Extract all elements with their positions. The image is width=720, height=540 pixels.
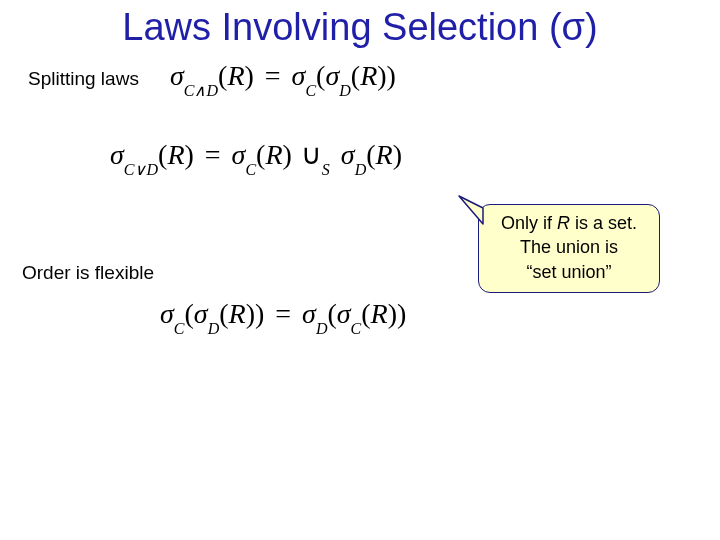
- relation-R: R: [371, 298, 388, 329]
- subhead-splitting-laws: Splitting laws: [28, 68, 139, 90]
- callout-var-R: R: [557, 213, 570, 233]
- equals-sign: =: [271, 298, 295, 329]
- relation-R: R: [227, 60, 244, 91]
- subscript: C∧D: [184, 82, 218, 99]
- subscript: D: [355, 161, 367, 178]
- sigma-symbol: σ: [194, 298, 208, 329]
- sigma-symbol: σ: [110, 139, 124, 170]
- relation-R: R: [265, 139, 282, 170]
- subscript: C: [245, 161, 256, 178]
- relation-R: R: [376, 139, 393, 170]
- callout-line-1: Only if R is a set.: [485, 211, 653, 235]
- subscript: C∨D: [124, 161, 158, 178]
- subscript: C: [305, 82, 316, 99]
- callout-line-2: The union is: [485, 235, 653, 259]
- sigma-symbol: σ: [325, 60, 339, 91]
- equation-splitting-and: σC∧D(R) = σC(σD(R)): [170, 60, 396, 96]
- paren: (: [366, 139, 375, 170]
- sigma-symbol: σ: [292, 60, 306, 91]
- sigma-symbol: σ: [160, 298, 174, 329]
- relation-R: R: [229, 298, 246, 329]
- sigma-symbol: σ: [232, 139, 246, 170]
- relation-R: R: [360, 60, 377, 91]
- paren: (: [361, 298, 370, 329]
- paren: ): [393, 139, 402, 170]
- paren: )): [388, 298, 407, 329]
- paren: ): [244, 60, 253, 91]
- subhead-order-flexible: Order is flexible: [22, 262, 154, 284]
- callout-text: Only if: [501, 213, 557, 233]
- paren: )): [377, 60, 396, 91]
- slide-title: Laws Involving Selection (σ): [0, 6, 720, 49]
- paren: (: [219, 298, 228, 329]
- paren: (: [351, 60, 360, 91]
- subscript: D: [316, 320, 328, 337]
- sigma-symbol: σ: [337, 139, 355, 170]
- sigma-symbol: σ: [302, 298, 316, 329]
- equals-sign: =: [261, 60, 285, 91]
- paren: ): [184, 139, 193, 170]
- paren: (: [184, 298, 193, 329]
- slide: Laws Involving Selection (σ) Splitting l…: [0, 0, 720, 540]
- equation-order-flexible: σC(σD(R)) = σD(σC(R)): [160, 298, 406, 334]
- equals-sign: =: [201, 139, 225, 170]
- subscript: C: [351, 320, 362, 337]
- subscript: D: [339, 82, 351, 99]
- callout-text: is a set.: [570, 213, 637, 233]
- subscript: C: [174, 320, 185, 337]
- subscript: S: [322, 161, 330, 178]
- callout-line-3: “set union”: [485, 260, 653, 284]
- relation-R: R: [167, 139, 184, 170]
- union-symbol: ∪: [299, 139, 322, 170]
- callout-set-union: Only if R is a set. The union is “set un…: [478, 204, 660, 293]
- sigma-symbol: σ: [170, 60, 184, 91]
- paren: (: [327, 298, 336, 329]
- paren: (: [218, 60, 227, 91]
- subscript: D: [208, 320, 220, 337]
- paren: )): [246, 298, 265, 329]
- sigma-symbol: σ: [337, 298, 351, 329]
- paren: (: [158, 139, 167, 170]
- equation-splitting-or: σC∨D(R) = σC(R) ∪S σD(R): [110, 138, 402, 175]
- paren: ): [283, 139, 292, 170]
